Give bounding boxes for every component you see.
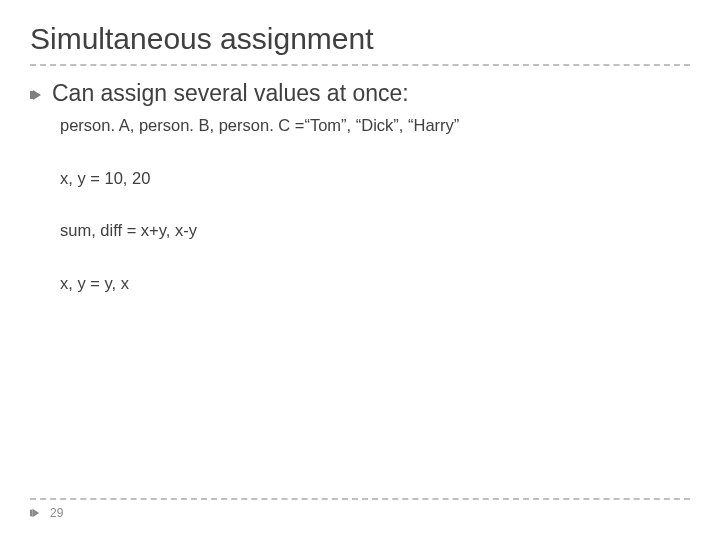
code-line: sum, diff = x+y, x-y (60, 216, 690, 241)
svg-rect-2 (30, 510, 33, 517)
bullet-item: Can assign several values at once: (0, 66, 720, 107)
slide-title: Simultaneous assignment (0, 0, 720, 60)
bullet-arrow-icon (30, 89, 48, 101)
page-arrow-icon (30, 508, 44, 518)
code-line: x, y = 10, 20 (60, 164, 690, 189)
divider-bottom (30, 498, 690, 500)
footer-row: 29 (30, 504, 690, 520)
code-line: x, y = y, x (60, 269, 690, 294)
svg-marker-3 (33, 509, 40, 517)
footer: 29 (30, 498, 690, 520)
bullet-text: Can assign several values at once: (52, 80, 409, 107)
code-line: person. A, person. B, person. C =“Tom”, … (60, 111, 690, 136)
slide: Simultaneous assignment Can assign sever… (0, 0, 720, 540)
page-number: 29 (50, 506, 63, 520)
code-block: person. A, person. B, person. C =“Tom”, … (0, 107, 720, 294)
svg-marker-1 (33, 90, 41, 100)
svg-rect-0 (30, 91, 33, 99)
